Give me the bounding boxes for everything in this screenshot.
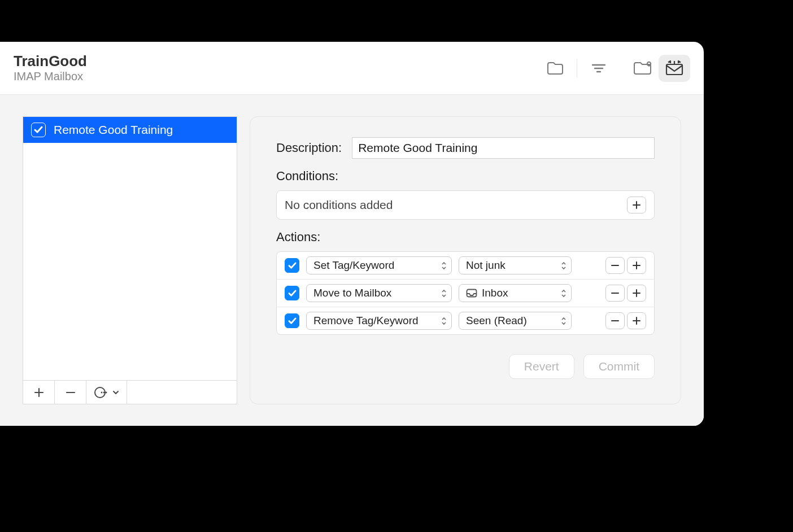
action-value-select[interactable]: Not junk [459, 256, 572, 274]
add-action-button[interactable] [627, 312, 646, 329]
preferences-window: TrainGood IMAP Mailbox [0, 42, 704, 426]
svg-point-10 [103, 391, 105, 393]
description-label: Description: [276, 141, 342, 155]
window-title: TrainGood [14, 53, 533, 70]
conditions-placeholder: No conditions added [285, 198, 393, 212]
rules-toolbar [23, 380, 237, 404]
svg-rect-4 [666, 64, 682, 75]
rules-column: Remote Good Training [23, 116, 237, 404]
action-type-value: Remove Tag/Keyword [313, 315, 419, 327]
mail-rules-icon[interactable] [659, 55, 690, 82]
titlebar: TrainGood IMAP Mailbox [0, 42, 704, 95]
action-value: Inbox [482, 287, 508, 299]
rule-actions-menu[interactable] [86, 381, 127, 404]
filter-lines-icon[interactable] [583, 55, 615, 82]
action-type-value: Move to Mailbox [313, 287, 391, 299]
action-type-select[interactable]: Move to Mailbox [306, 284, 452, 302]
svg-point-9 [101, 391, 103, 393]
body: Remote Good Training [0, 95, 704, 426]
rules-toolbar-spacer [127, 381, 237, 404]
toolbar [539, 55, 690, 82]
action-enabled-checkbox[interactable] [285, 313, 299, 328]
rule-item-label: Remote Good Training [54, 123, 173, 137]
rule-enabled-checkbox[interactable] [31, 123, 46, 137]
folder-icon[interactable] [539, 55, 571, 82]
remove-rule-button[interactable] [55, 381, 86, 404]
actions-box: Set Tag/Keyword Not junk [276, 251, 655, 335]
action-value-select[interactable]: Inbox [459, 284, 572, 302]
conditions-box: No conditions added [276, 190, 655, 220]
add-rule-button[interactable] [23, 381, 55, 404]
conditions-empty-row: No conditions added [277, 191, 654, 219]
commit-button-row: Revert Commit [276, 354, 655, 379]
stepper-icon [441, 262, 447, 269]
description-value: Remote Good Training [358, 141, 477, 155]
inbox-icon [466, 289, 477, 298]
rule-detail-panel: Description: Remote Good Training Condit… [250, 116, 681, 404]
action-row: Set Tag/Keyword Not junk [277, 252, 654, 279]
description-field[interactable]: Remote Good Training [352, 137, 655, 159]
rule-item[interactable]: Remote Good Training [23, 117, 237, 143]
svg-point-11 [106, 391, 107, 393]
action-row: Move to Mailbox [277, 279, 654, 307]
stepper-icon [561, 317, 567, 325]
action-type-value: Set Tag/Keyword [313, 259, 394, 272]
action-value: Not junk [466, 259, 506, 272]
remove-action-button[interactable] [605, 285, 625, 302]
action-type-select[interactable]: Remove Tag/Keyword [306, 312, 452, 330]
stepper-icon [561, 262, 567, 269]
conditions-label: Conditions: [276, 169, 655, 184]
stepper-icon [441, 290, 447, 297]
toolbar-divider [577, 59, 577, 77]
stepper-icon [561, 290, 567, 297]
window-subtitle: IMAP Mailbox [14, 70, 533, 83]
revert-button[interactable]: Revert [509, 354, 574, 379]
stepper-icon [441, 317, 447, 325]
add-action-button[interactable] [627, 257, 646, 274]
commit-button[interactable]: Commit [583, 354, 655, 379]
add-action-button[interactable] [627, 285, 646, 302]
remove-action-button[interactable] [605, 312, 625, 329]
action-value: Seen (Read) [466, 315, 527, 327]
action-row: Remove Tag/Keyword Seen (Read) [277, 307, 654, 334]
actions-label: Actions: [276, 230, 655, 245]
action-enabled-checkbox[interactable] [285, 286, 299, 300]
action-value-select[interactable]: Seen (Read) [459, 312, 572, 330]
action-enabled-checkbox[interactable] [285, 258, 299, 273]
rules-list[interactable]: Remote Good Training [23, 117, 237, 380]
folder-gear-icon[interactable] [627, 55, 659, 82]
remove-action-button[interactable] [605, 257, 625, 274]
title-block: TrainGood IMAP Mailbox [14, 53, 533, 83]
action-type-select[interactable]: Set Tag/Keyword [306, 256, 452, 274]
add-condition-button[interactable] [627, 197, 646, 213]
